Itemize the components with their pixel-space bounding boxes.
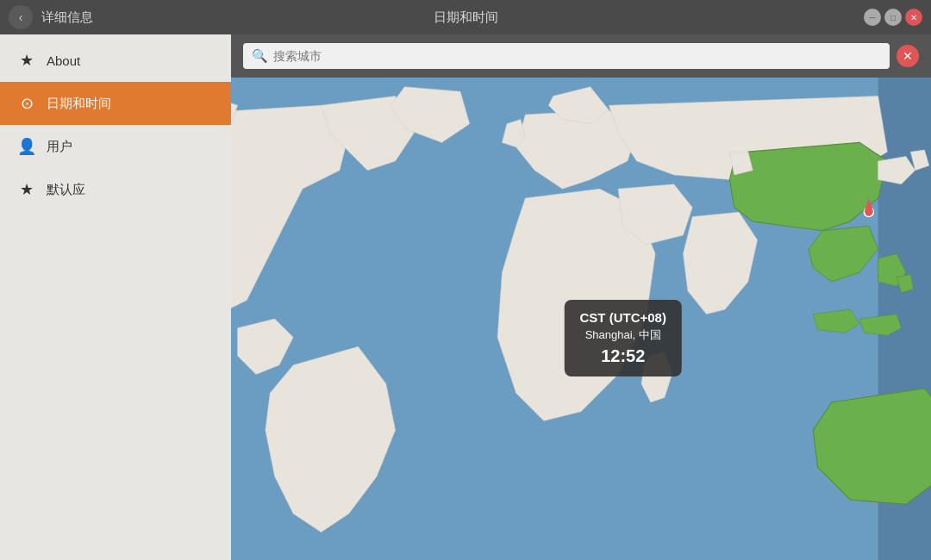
defaults-icon: ★: [17, 180, 36, 199]
search-input-wrap[interactable]: 🔍: [243, 43, 890, 69]
main-layout: ★ About ⊙ 日期和时间 👤 用户 ★ 默认应 自动设置日期和时间(D) …: [0, 34, 931, 560]
dialog-close-button[interactable]: ✕: [897, 45, 919, 67]
maximize-button[interactable]: □: [884, 9, 902, 26]
sidebar-item-datetime-label: 日期和时间: [47, 96, 111, 112]
sidebar-item-defaults-label: 默认应: [47, 182, 85, 198]
search-icon: 🔍: [252, 48, 268, 64]
sidebar-item-users-label: 用户: [47, 139, 72, 155]
star-icon: ★: [17, 51, 36, 70]
back-button[interactable]: ‹: [9, 5, 33, 29]
world-map-container[interactable]: CST (UTC+08) Shanghai, 中国 12:52: [231, 78, 931, 560]
titlebar: ‹ 详细信息 日期和时间 ─ □ ✕: [0, 0, 931, 34]
city-search-input[interactable]: [273, 49, 881, 63]
users-icon: 👤: [17, 137, 36, 156]
sidebar-item-about[interactable]: ★ About: [0, 39, 231, 82]
map-dialog: 🔍 ✕: [231, 34, 931, 560]
sidebar: ★ About ⊙ 日期和时间 👤 用户 ★ 默认应: [0, 34, 231, 560]
search-row: 🔍 ✕: [231, 34, 931, 78]
close-window-button[interactable]: ✕: [905, 9, 922, 26]
sidebar-item-defaults[interactable]: ★ 默认应: [0, 168, 231, 211]
left-title: 详细信息: [41, 9, 93, 26]
clock-icon: ⊙: [17, 94, 36, 113]
window-controls: ─ □ ✕: [864, 9, 922, 26]
world-map-svg: [231, 78, 931, 560]
sidebar-item-datetime[interactable]: ⊙ 日期和时间: [0, 82, 231, 125]
sidebar-item-about-label: About: [47, 53, 80, 68]
center-title: 日期和时间: [434, 9, 498, 26]
content-area: 自动设置日期和时间(D) 打开 🔍 ✕: [231, 34, 931, 560]
sidebar-item-users[interactable]: 👤 用户: [0, 125, 231, 168]
minimize-button[interactable]: ─: [864, 9, 881, 26]
